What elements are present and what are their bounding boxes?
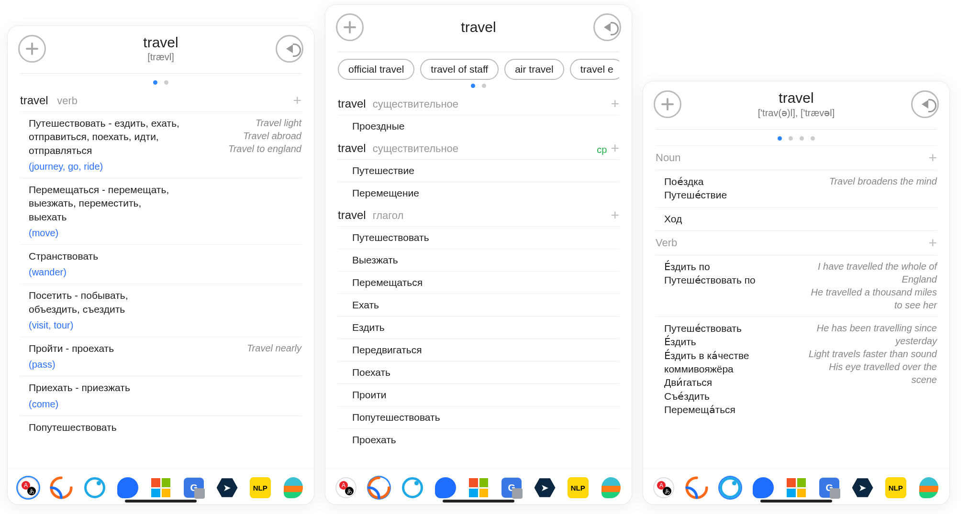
translator-icon[interactable]: Aあ	[652, 476, 676, 500]
pager[interactable]	[656, 136, 937, 141]
google-translate-icon[interactable]: G	[817, 476, 841, 500]
synonyms[interactable]: (journey, go, ride)	[29, 160, 181, 173]
home-indicator	[760, 500, 832, 503]
assistant-icon[interactable]	[434, 476, 457, 500]
translator-icon[interactable]: Aあ	[334, 476, 358, 500]
add-sense-button[interactable]: +	[293, 92, 301, 109]
pos-header: travelсуществительное ср+	[338, 137, 619, 159]
translation-row[interactable]: Передвигаться	[338, 339, 619, 361]
headword: travel	[681, 90, 911, 106]
sense-row[interactable]: Попутешествовать	[20, 416, 301, 439]
sense-row[interactable]: Е́здить поПутеше́ствовать поI have trave…	[656, 255, 937, 317]
translation-row[interactable]: Перемещение	[338, 182, 619, 204]
add-sense-button[interactable]: +	[928, 235, 937, 251]
collocation-chip[interactable]: official travel	[338, 59, 414, 80]
speak-button[interactable]	[276, 35, 303, 63]
sense-row[interactable]: Посетить - побывать, объездить, съездить…	[20, 284, 301, 337]
sense-row[interactable]: Странствовать(wander)	[20, 244, 301, 284]
deepl-icon[interactable]: ➤	[215, 476, 239, 500]
deepl-icon[interactable]: ➤	[851, 476, 875, 500]
translation-row[interactable]: Ехать	[338, 294, 619, 316]
collocation-chip[interactable]: travel of staff	[420, 59, 499, 80]
pager-dot[interactable]	[164, 80, 168, 85]
pager-dot[interactable]	[800, 136, 804, 141]
translation-row[interactable]: Ездить	[338, 316, 619, 339]
plus-icon	[26, 43, 38, 55]
swirl-icon[interactable]	[367, 476, 391, 500]
translation: Е́здить поПутеше́ствовать по	[664, 260, 795, 287]
collocation-chip[interactable]: air travel	[504, 59, 564, 80]
swirl-icon[interactable]	[49, 476, 73, 500]
speaker-icon	[604, 23, 611, 32]
synonyms[interactable]: (move)	[29, 227, 181, 240]
add-sense-button[interactable]: +	[611, 96, 619, 111]
sense-row[interactable]: Ход	[656, 207, 937, 230]
sense-row[interactable]: Путеше́ствоватьЕ́здитьЕ́здить в ка́честв…	[656, 317, 937, 421]
pager-dot[interactable]	[789, 136, 793, 141]
pager-dot[interactable]	[471, 84, 475, 88]
synonyms[interactable]: (wander)	[29, 266, 181, 279]
disk-icon[interactable]	[718, 476, 742, 500]
pager[interactable]	[20, 80, 301, 85]
microsoft-icon[interactable]	[784, 476, 808, 500]
nlp-icon[interactable]: NLP	[566, 476, 590, 500]
translation: Странствовать(wander)	[29, 250, 181, 279]
sense-row[interactable]: Приехать - приезжать(come)	[20, 376, 301, 415]
examples: Travel broadens the mind	[802, 175, 937, 188]
microsoft-icon[interactable]	[467, 476, 490, 500]
add-button[interactable]	[18, 35, 46, 63]
microsoft-icon[interactable]	[149, 476, 173, 500]
pager-dot[interactable]	[153, 80, 157, 85]
translation-row[interactable]: Проехать	[338, 428, 619, 451]
home-indicator	[125, 500, 197, 503]
pager[interactable]	[338, 84, 619, 88]
add-sense-button[interactable]: +	[611, 140, 619, 156]
assistant-icon[interactable]	[751, 476, 775, 500]
synonyms[interactable]: (come)	[29, 398, 181, 411]
translation: Пое́здкаПутеше́ствие	[664, 175, 795, 202]
nlp-icon[interactable]: NLP	[248, 476, 272, 500]
app-dock: AあG➤NLP	[8, 469, 314, 504]
speak-button[interactable]	[911, 90, 939, 118]
disk-icon[interactable]	[83, 476, 107, 500]
sense-row[interactable]: Перемещаться - перемещать, выезжать, пер…	[20, 178, 301, 244]
collocation-chip[interactable]: travel e	[570, 59, 619, 80]
translation-row[interactable]: Путешествие	[338, 159, 619, 182]
synonyms[interactable]: (visit, tour)	[29, 319, 181, 332]
translation-row[interactable]: Перемещаться	[338, 271, 619, 294]
pager-dot[interactable]	[811, 136, 815, 141]
add-sense-button[interactable]: +	[928, 150, 937, 166]
parrot-icon[interactable]	[281, 476, 305, 500]
sense-row[interactable]: Пройти - проехать(pass)Travel nearly	[20, 337, 301, 376]
translation-row[interactable]: Проити	[338, 383, 619, 406]
parrot-icon[interactable]	[917, 476, 941, 500]
deepl-icon[interactable]: ➤	[533, 476, 557, 500]
examples: Travel nearly	[188, 342, 301, 355]
parrot-icon[interactable]	[599, 476, 623, 500]
speaker-icon	[922, 100, 928, 109]
sense-row[interactable]: Путешествовать - ездить, ехать, отправит…	[20, 111, 301, 178]
synonyms[interactable]: (pass)	[29, 358, 181, 371]
add-button[interactable]	[336, 13, 364, 41]
speak-button[interactable]	[593, 13, 621, 41]
google-translate-icon[interactable]: G	[182, 476, 206, 500]
swirl-icon[interactable]	[685, 476, 709, 500]
add-sense-button[interactable]: +	[611, 207, 619, 223]
translation-row[interactable]: Путешествовать	[338, 226, 619, 249]
assistant-icon[interactable]	[116, 476, 140, 500]
app-dock: AあG➤NLP	[643, 469, 949, 504]
pager-dot[interactable]	[778, 136, 782, 141]
pager-dot[interactable]	[482, 84, 486, 88]
translation-row[interactable]: Поехать	[338, 361, 619, 383]
plus-icon	[661, 98, 674, 110]
translation: Путеше́ствоватьЕ́здитьЕ́здить в ка́честв…	[664, 322, 795, 416]
translation-row[interactable]: Выезжать	[338, 249, 619, 271]
google-translate-icon[interactable]: G	[500, 476, 523, 500]
nlp-icon[interactable]: NLP	[884, 476, 908, 500]
translator-icon[interactable]: Aあ	[16, 476, 40, 500]
translation-row[interactable]: Попутешествовать	[338, 406, 619, 428]
add-button[interactable]	[654, 90, 681, 118]
disk-icon[interactable]	[401, 476, 424, 500]
translation-row[interactable]: Проездные	[338, 115, 619, 137]
sense-row[interactable]: Пое́здкаПутеше́ствиеTravel broadens the …	[656, 170, 937, 207]
